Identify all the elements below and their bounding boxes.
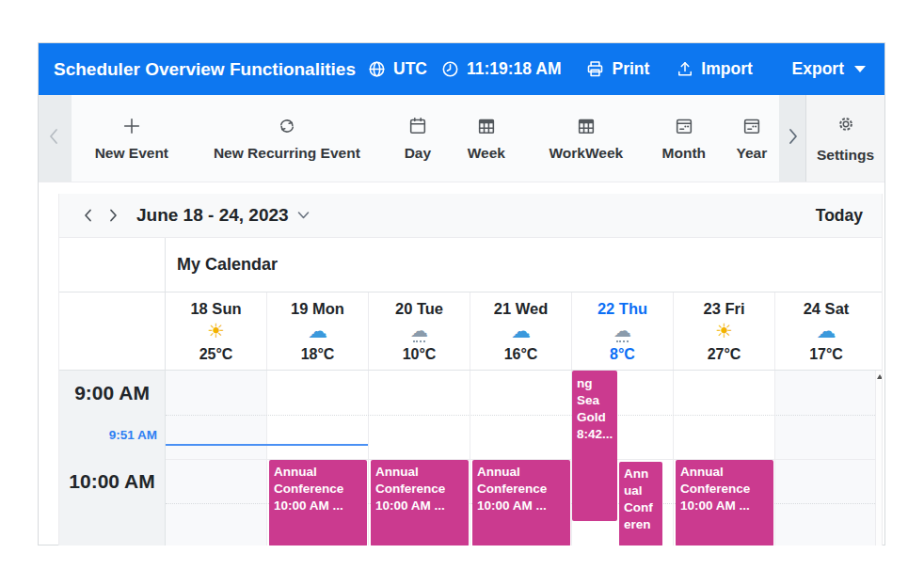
- schedule-content: 9:00 AM 10:00 AM 9:51 AM Annual Conferen…: [59, 371, 882, 545]
- new-recurring-event-button[interactable]: New Recurring Event: [201, 116, 373, 162]
- previous-week-button[interactable]: [76, 203, 101, 228]
- time-gutter-header: [59, 238, 166, 292]
- half-hour-gridline: [166, 415, 877, 416]
- event-annual-conference-mon[interactable]: Annual Conference 10:00 AM ...: [269, 460, 367, 545]
- cloud-icon: [817, 320, 836, 344]
- scheduler-app-window: Scheduler Overview Functionalities UTC 1…: [38, 42, 885, 545]
- view-month-button[interactable]: Month: [651, 116, 717, 162]
- toolbar: New Event New Recurring Event Day Week: [39, 95, 884, 182]
- rain-cloud-icon: [410, 320, 428, 344]
- day-column-sat[interactable]: [775, 371, 877, 545]
- event-annual-conference-fri[interactable]: Annual Conference 10:00 AM ...: [676, 460, 773, 545]
- recurrence-icon: [276, 116, 298, 136]
- timezone-indicator: UTC: [367, 59, 427, 79]
- printer-icon: [585, 59, 605, 79]
- day-header-wed[interactable]: 21 Wed 16°C: [470, 292, 572, 370]
- view-week-button[interactable]: Week: [457, 116, 516, 162]
- today-button[interactable]: Today: [814, 202, 865, 229]
- vertical-scrollbar[interactable]: [875, 371, 882, 545]
- date-range-selector[interactable]: June 18 - 24, 2023: [136, 205, 311, 226]
- event-annual-conference-wed[interactable]: Annual Conference 10:00 AM ...: [472, 460, 570, 545]
- sun-icon: [715, 320, 733, 344]
- day-header-fri[interactable]: 23 Fri 27°C: [674, 292, 775, 370]
- globe-icon: [367, 59, 387, 79]
- scheduler: June 18 - 24, 2023 Today My Calendar 18 …: [58, 194, 883, 545]
- workweek-calendar-icon: [575, 116, 597, 136]
- next-week-button[interactable]: [101, 203, 125, 228]
- rain-cloud-icon: [613, 320, 631, 344]
- app-header: Scheduler Overview Functionalities UTC 1…: [39, 43, 884, 95]
- day-calendar-icon: [406, 116, 429, 136]
- resource-row: My Calendar: [59, 238, 882, 292]
- event-annual-conference-tue[interactable]: Annual Conference 10:00 AM ...: [371, 460, 469, 545]
- day-column-sun[interactable]: [166, 371, 267, 545]
- new-event-button[interactable]: New Event: [87, 116, 177, 162]
- day-header-tue[interactable]: 20 Tue 10°C: [369, 292, 470, 370]
- current-time-label: 9:51 AM: [109, 428, 157, 442]
- event-annual-conference-thu[interactable]: Ann ual Conf eren: [619, 462, 662, 545]
- chevron-left-icon: [45, 125, 64, 151]
- sun-icon: [207, 320, 225, 344]
- export-dropdown-button[interactable]: Export: [792, 59, 866, 79]
- time-gutter: 9:00 AM 10:00 AM 9:51 AM: [59, 371, 166, 545]
- clock-display: 11:19:18 AM: [440, 59, 562, 79]
- time-gutter-header: [59, 292, 166, 370]
- settings-button[interactable]: Settings: [805, 95, 884, 182]
- chevron-down-icon: [854, 66, 866, 72]
- month-calendar-icon: [673, 116, 695, 136]
- cloud-icon: [308, 320, 327, 344]
- spacer: [39, 182, 884, 194]
- day-header-mon[interactable]: 19 Mon 18°C: [267, 292, 369, 370]
- year-calendar-icon: [741, 116, 763, 136]
- day-header-sun[interactable]: 18 Sun 25°C: [166, 292, 267, 370]
- toolbar-scroll-right-button[interactable]: [779, 95, 805, 182]
- week-calendar-icon: [475, 116, 498, 136]
- day-header-row: 18 Sun 25°C 19 Mon 18°C 20 Tue 10°C 21 W…: [59, 292, 882, 371]
- page-title: Scheduler Overview Functionalities: [54, 59, 356, 80]
- view-year-button[interactable]: Year: [725, 116, 779, 162]
- date-range-label: June 18 - 24, 2023: [136, 205, 289, 226]
- day-header-thu[interactable]: 22 Thu 8°C: [572, 292, 674, 370]
- time-label: 9:00 AM: [59, 371, 165, 415]
- view-day-button[interactable]: Day: [393, 116, 442, 162]
- print-button[interactable]: Print: [585, 59, 649, 79]
- cloud-icon: [511, 320, 531, 344]
- toolbar-items: New Event New Recurring Event Day Week: [72, 95, 779, 182]
- event-sea-gold-thu[interactable]: ng Sea Gold 8:42...: [572, 371, 617, 521]
- clock-icon: [440, 59, 460, 79]
- scroll-up-arrow-icon: [877, 374, 882, 379]
- upload-icon: [676, 59, 694, 79]
- chevron-down-icon: [296, 205, 311, 226]
- toolbar-scroll-left-button[interactable]: [39, 95, 72, 182]
- day-columns: Annual Conference 10:00 AM ... Annual Co…: [166, 371, 877, 545]
- chevron-right-icon: [783, 125, 802, 151]
- current-time-line: [166, 444, 368, 446]
- plus-icon: [120, 116, 143, 136]
- date-navigation-bar: June 18 - 24, 2023 Today: [59, 194, 882, 238]
- import-button[interactable]: Import: [676, 59, 752, 79]
- day-header-sat[interactable]: 24 Sat 17°C: [775, 292, 877, 370]
- view-workweek-button[interactable]: WorkWeek: [540, 116, 632, 162]
- current-clock-time: 11:19:18 AM: [467, 59, 562, 79]
- gear-icon: [835, 114, 857, 138]
- time-label: 10:00 AM: [59, 459, 165, 503]
- calendar-name: My Calendar: [166, 238, 882, 292]
